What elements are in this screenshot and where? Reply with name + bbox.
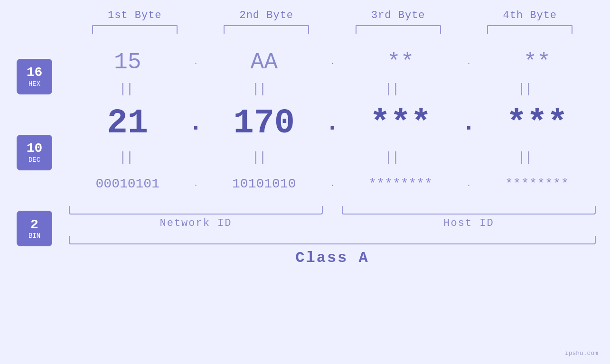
bracket-cell-4 xyxy=(464,25,596,34)
bin-b3-value: ******** xyxy=(369,177,432,191)
bin-b2-value: 10101010 xyxy=(232,177,296,191)
dec-sep1: . xyxy=(187,111,206,136)
network-id-label: Network ID xyxy=(69,217,323,229)
page-container: 1st Byte 2nd Byte 3rd Byte 4th Byte 16 H… xyxy=(0,0,610,364)
byte1-header: 1st Byte xyxy=(69,9,201,21)
eq2-b1: || xyxy=(69,149,183,166)
hex-b3-cell: ** xyxy=(342,51,460,74)
bracket-network xyxy=(69,206,323,215)
hex-badge: 16 HEX xyxy=(17,59,52,94)
bracket-cell-2 xyxy=(201,25,333,34)
hex-b4-cell: ** xyxy=(479,51,596,74)
eq2-b2: || xyxy=(202,149,316,166)
top-bracket-4 xyxy=(487,25,572,34)
dec-b2-cell: 170 xyxy=(206,106,323,140)
bracket-cell-1 xyxy=(69,25,201,34)
bin-badge-label: BIN xyxy=(28,232,40,240)
bin-row: 00010101 . 10101010 . ******** . xyxy=(69,165,596,203)
eq2-sep2 xyxy=(316,149,335,166)
bin-b2-cell: 10101010 xyxy=(206,177,323,191)
dec-sep2: . xyxy=(323,111,342,136)
hex-badge-num: 16 xyxy=(27,65,43,80)
bin-b4-cell: ******** xyxy=(479,177,596,191)
bin-badge-num: 2 xyxy=(30,218,38,233)
bin-sep1: . xyxy=(187,180,206,188)
eq1-b2: || xyxy=(202,81,316,97)
bin-badge: 2 BIN xyxy=(17,211,52,246)
bin-b4-value: ******** xyxy=(505,177,569,191)
byte-headers: 1st Byte 2nd Byte 3rd Byte 4th Byte xyxy=(0,0,610,21)
eq1-sep3 xyxy=(449,81,468,97)
dec-b3-value: *** xyxy=(370,106,432,140)
dec-row: 21 . 170 . *** . *** xyxy=(69,97,596,149)
top-brackets xyxy=(0,25,610,34)
eq2-b4: || xyxy=(468,149,582,166)
dec-b1-value: 21 xyxy=(107,106,148,140)
eq2-b3: || xyxy=(335,149,449,166)
watermark: ipshu.com xyxy=(565,350,598,357)
bracket-cell-3 xyxy=(332,25,464,34)
eq1-sep1 xyxy=(183,81,202,97)
dec-b1-cell: 21 xyxy=(69,106,187,140)
hex-sep1: . xyxy=(187,58,206,66)
bin-b3-cell: ******** xyxy=(342,177,460,191)
dec-badge-num: 10 xyxy=(27,141,43,156)
class-label: Class A xyxy=(295,249,369,267)
hex-b2-cell: AA xyxy=(206,51,323,74)
network-host-labels: Network ID Host ID xyxy=(69,217,596,229)
badges-column: 16 HEX 10 DEC 2 BIN xyxy=(0,38,69,267)
dec-b4-cell: *** xyxy=(479,106,596,140)
bracket-host xyxy=(342,206,596,215)
top-bracket-1 xyxy=(92,25,178,34)
bin-sep3: . xyxy=(460,180,479,188)
bin-sep2: . xyxy=(323,180,342,188)
eq1-b4: || xyxy=(468,81,582,97)
byte4-header: 4th Byte xyxy=(464,9,596,21)
equals-row-2: || || || || xyxy=(69,149,596,166)
hex-b3-value: ** xyxy=(387,51,414,74)
bin-b1-value: 00010101 xyxy=(96,177,160,191)
top-bracket-3 xyxy=(356,25,441,34)
bin-b1-cell: 00010101 xyxy=(69,177,187,191)
main-content: 16 HEX 10 DEC 2 BIN 15 . xyxy=(0,38,610,267)
dec-b4-value: *** xyxy=(506,106,568,140)
hex-b4-value: ** xyxy=(523,51,551,74)
hex-b1-cell: 15 xyxy=(69,51,187,74)
top-bracket-2 xyxy=(224,25,309,34)
eq2-sep3 xyxy=(449,149,468,166)
hex-b2-value: AA xyxy=(250,51,278,74)
host-id-label: Host ID xyxy=(342,217,596,229)
dec-badge-label: DEC xyxy=(28,156,40,164)
byte3-header: 3rd Byte xyxy=(332,9,464,21)
hex-row: 15 . AA . ** . ** xyxy=(69,43,596,81)
byte2-header: 2nd Byte xyxy=(201,9,333,21)
dec-b3-cell: *** xyxy=(342,106,460,140)
hex-badge-label: HEX xyxy=(28,80,40,88)
dec-sep3: . xyxy=(460,111,479,136)
hex-sep3: . xyxy=(460,58,479,66)
dec-b2-value: 170 xyxy=(233,106,295,140)
class-label-row: Class A xyxy=(69,249,596,267)
hex-b1-value: 15 xyxy=(114,51,141,74)
equals-row-1: || || || || xyxy=(69,81,596,97)
bottom-brackets-row xyxy=(69,206,596,215)
eq1-sep2 xyxy=(316,81,335,97)
bracket-sep-spacer xyxy=(323,206,342,215)
eq1-b3: || xyxy=(335,81,449,97)
bracket-full xyxy=(69,236,596,244)
data-grid: 15 . AA . ** . ** xyxy=(69,38,610,267)
eq2-sep1 xyxy=(183,149,202,166)
dec-badge: 10 DEC xyxy=(17,135,52,170)
hex-sep2: . xyxy=(323,58,342,66)
eq1-b1: || xyxy=(69,81,183,97)
